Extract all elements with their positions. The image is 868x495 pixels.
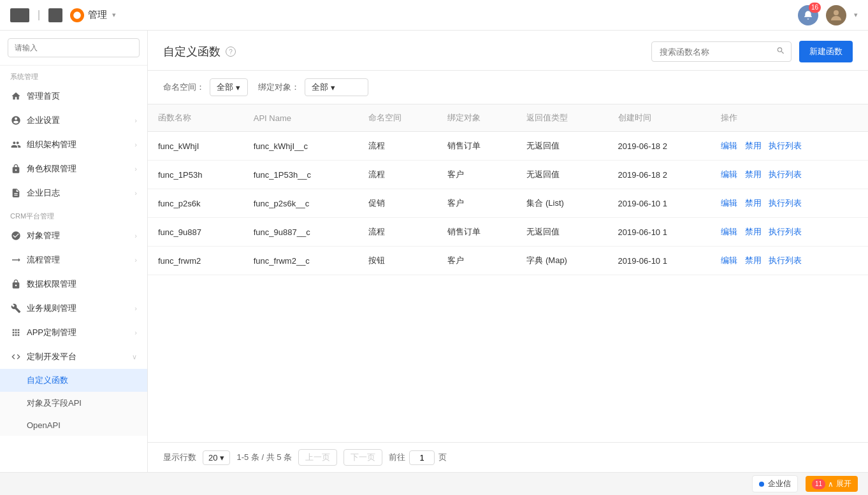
cell-api-name-3: func_9u887__c bbox=[243, 218, 359, 247]
notification-badge: 16 bbox=[809, 3, 821, 13]
table-row: func_p2s6k func_p2s6k__c 促销 客户 集合 (List)… bbox=[148, 189, 868, 218]
next-page-button[interactable]: 下一页 bbox=[344, 449, 382, 466]
section-label-system: 系统管理 bbox=[0, 66, 147, 84]
log-icon bbox=[10, 187, 22, 199]
exec-list-link-3[interactable]: 执行列表 bbox=[769, 227, 802, 236]
topnav-right: 16 ▾ bbox=[798, 5, 858, 25]
exec-list-link-1[interactable]: 执行列表 bbox=[769, 169, 802, 179]
cell-func-name-3: func_9u887 bbox=[148, 218, 243, 247]
chevron-right-icon: › bbox=[134, 117, 137, 124]
table-row: func_frwm2 func_frwm2__c 按钮 客户 字典 (Map) … bbox=[148, 247, 868, 275]
col-func-name: 函数名称 bbox=[148, 104, 243, 132]
search-area bbox=[651, 41, 792, 62]
exec-list-link-4[interactable]: 执行列表 bbox=[769, 255, 802, 265]
disable-link-1[interactable]: 禁用 bbox=[745, 169, 762, 179]
cell-return-type-1: 无返回值 bbox=[516, 161, 607, 189]
cell-actions-4: 编辑 禁用 执行列表 bbox=[711, 247, 868, 275]
sidebar-label-org-mgmt: 组织架构管理 bbox=[27, 139, 129, 150]
display-rows-label: 显示行数 bbox=[163, 452, 196, 463]
search-input[interactable] bbox=[8, 38, 140, 57]
enterprise-chat-button[interactable]: 企业信 bbox=[752, 475, 798, 492]
cell-created-3: 2019-06-10 1 bbox=[608, 218, 711, 247]
bottom-bar: 企业信 11 ∧ 展开 bbox=[0, 472, 868, 495]
logo-sep bbox=[38, 10, 40, 20]
sidebar-label-flow-mgmt: 流程管理 bbox=[27, 254, 129, 266]
edit-link-3[interactable]: 编辑 bbox=[721, 227, 737, 236]
edit-link-2[interactable]: 编辑 bbox=[721, 198, 737, 208]
cell-binding-4: 客户 bbox=[437, 247, 516, 275]
sidebar-item-app-custom[interactable]: APP定制管理 › bbox=[0, 320, 147, 345]
svg-point-0 bbox=[73, 11, 81, 19]
cell-created-2: 2019-06-10 1 bbox=[608, 189, 711, 218]
enterprise-dot bbox=[759, 482, 764, 487]
col-created: 创建时间 bbox=[608, 104, 711, 132]
home-icon bbox=[10, 90, 22, 102]
binding-value: 全部 bbox=[312, 82, 328, 93]
sidebar-item-data-perm[interactable]: 数据权限管理 bbox=[0, 272, 147, 296]
sidebar-item-dev-platform[interactable]: 定制开发平台 ∨ bbox=[0, 345, 147, 369]
sidebar-item-mgmt-home[interactable]: 管理首页 bbox=[0, 84, 147, 108]
page-number-input[interactable] bbox=[409, 450, 435, 465]
sidebar-item-biz-rule[interactable]: 业务规则管理 › bbox=[0, 296, 147, 320]
user-dropdown-icon[interactable]: ▾ bbox=[854, 11, 858, 19]
exec-list-link-2[interactable]: 执行列表 bbox=[769, 198, 802, 208]
cell-namespace-4: 按钮 bbox=[358, 247, 437, 275]
sidebar-sub-item-custom-func[interactable]: 自定义函数 bbox=[0, 369, 147, 392]
sidebar-item-biz-log[interactable]: 企业日志 › bbox=[0, 181, 147, 205]
page-size-select[interactable]: 20 ▾ bbox=[203, 450, 230, 465]
object-icon bbox=[10, 230, 22, 241]
brand-dropdown-icon[interactable]: ▾ bbox=[112, 11, 116, 19]
disable-link-2[interactable]: 禁用 bbox=[745, 198, 762, 208]
cell-binding-2: 客户 bbox=[437, 189, 516, 218]
avatar-icon bbox=[828, 8, 844, 23]
expand-button[interactable]: 11 ∧ 展开 bbox=[806, 476, 858, 492]
edit-link-4[interactable]: 编辑 bbox=[721, 255, 737, 265]
namespace-select[interactable]: 全部 ▾ bbox=[210, 78, 248, 96]
enterprise-label: 企业信 bbox=[768, 478, 791, 489]
user-avatar[interactable] bbox=[826, 5, 846, 25]
sidebar-item-role-mgmt[interactable]: 角色权限管理 › bbox=[0, 157, 147, 181]
namespace-dropdown-icon: ▾ bbox=[236, 83, 240, 92]
topnav: 管理 ▾ 16 ▾ bbox=[0, 0, 868, 31]
sidebar-item-obj-mgmt[interactable]: 对象管理 › bbox=[0, 224, 147, 248]
edit-link-1[interactable]: 编辑 bbox=[721, 169, 737, 179]
disable-link-3[interactable]: 禁用 bbox=[745, 227, 762, 236]
cell-namespace-0: 流程 bbox=[358, 132, 437, 161]
sidebar: 系统管理 管理首页 企业设置 › 组织架构管理 › 角色权限管理 bbox=[0, 31, 148, 472]
table-header: 函数名称 API Name 命名空间 绑定对象 返回值类型 创建时间 操作 bbox=[148, 104, 868, 132]
sidebar-sub-item-open-api[interactable]: OpenAPI bbox=[0, 415, 147, 436]
help-icon[interactable]: ? bbox=[226, 47, 236, 57]
functions-table: 函数名称 API Name 命名空间 绑定对象 返回值类型 创建时间 操作 fu… bbox=[148, 104, 868, 275]
cell-binding-3: 销售订单 bbox=[437, 218, 516, 247]
func-search-input[interactable] bbox=[651, 41, 792, 62]
binding-select[interactable]: 全部 ▾ bbox=[305, 78, 368, 96]
content-area: 自定义函数 ? 新建函数 命名空间： 全 bbox=[148, 31, 868, 472]
rule-icon bbox=[10, 303, 22, 314]
disable-link-4[interactable]: 禁用 bbox=[745, 255, 762, 265]
sidebar-label-obj-mgmt: 对象管理 bbox=[27, 230, 129, 241]
chevron-right-icon5: › bbox=[134, 232, 137, 240]
sidebar-item-enterprise-settings[interactable]: 企业设置 › bbox=[0, 108, 147, 133]
brand: 管理 ▾ bbox=[70, 8, 116, 22]
cell-func-name-4: func_frwm2 bbox=[148, 247, 243, 275]
sidebar-item-flow-mgmt[interactable]: 流程管理 › bbox=[0, 248, 147, 272]
sidebar-item-org-mgmt[interactable]: 组织架构管理 › bbox=[0, 133, 147, 157]
filter-bar: 命名空间： 全部 ▾ 绑定对象： 全部 ▾ bbox=[148, 71, 868, 104]
sidebar-label-app-custom: APP定制管理 bbox=[27, 327, 129, 338]
sidebar-sub-item-obj-api[interactable]: 对象及字段API bbox=[0, 392, 147, 415]
namespace-filter: 命名空间： 全部 ▾ bbox=[163, 78, 248, 96]
section-label-crm: CRM平台管理 bbox=[0, 205, 147, 224]
edit-link-0[interactable]: 编辑 bbox=[721, 141, 737, 150]
lock-icon bbox=[10, 278, 22, 290]
new-function-button[interactable]: 新建函数 bbox=[799, 41, 853, 62]
notification-button[interactable]: 16 bbox=[798, 5, 818, 25]
cell-api-name-0: func_kWhjI__c bbox=[243, 132, 359, 161]
sidebar-label-biz-rule: 业务规则管理 bbox=[27, 303, 129, 314]
cell-api-name-4: func_frwm2__c bbox=[243, 247, 359, 275]
prev-page-button[interactable]: 上一页 bbox=[298, 449, 337, 466]
exec-list-link-0[interactable]: 执行列表 bbox=[769, 141, 802, 150]
disable-link-0[interactable]: 禁用 bbox=[745, 141, 762, 150]
sidebar-label-data-perm: 数据权限管理 bbox=[27, 278, 137, 290]
cell-created-4: 2019-06-10 1 bbox=[608, 247, 711, 275]
table-container: 函数名称 API Name 命名空间 绑定对象 返回值类型 创建时间 操作 fu… bbox=[148, 104, 868, 442]
